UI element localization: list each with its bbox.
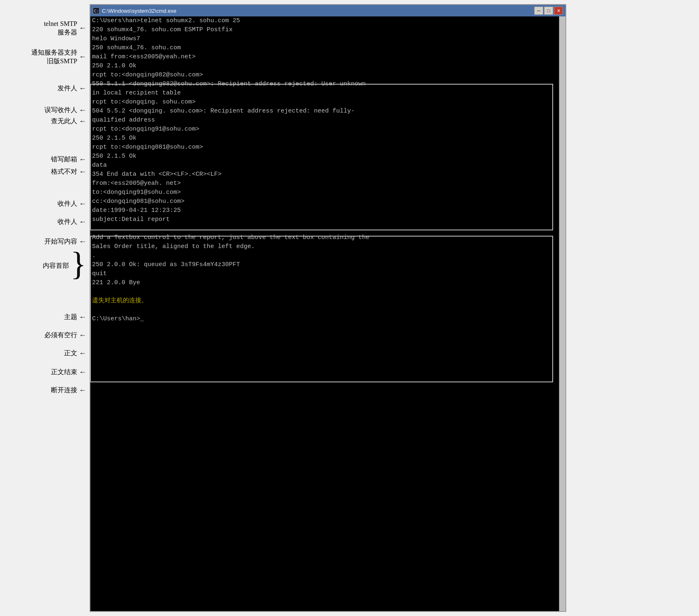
annotation-arrow-14: ← xyxy=(79,368,86,377)
annotation-1: telnet SMTP 服务器← xyxy=(44,20,86,37)
annotation-arrow-9: ← xyxy=(79,218,86,226)
annotation-arrow-12: ← xyxy=(79,331,86,340)
terminal-line-15: rcpt to:<dongqing081@sohu.com> xyxy=(92,143,557,152)
annotation-arrow-13: ← xyxy=(79,349,86,358)
title-bar: C: C:\Windows\system32\cmd.exe ─ □ ✕ xyxy=(90,5,565,16)
terminal-line-4: 250 sohumx4_76. sohu.com xyxy=(92,44,557,53)
terminal-line-28: 250 2.0.0 Ok: queued as 3sT9Fs4mY4z30PFT xyxy=(92,260,557,269)
right-label-envelope: 写信封 xyxy=(382,94,424,113)
annotation-5: 查无此人← xyxy=(51,117,86,126)
terminal-line-1: C:\Users\han>telnet sohumx2. sohu.com 25 xyxy=(92,16,557,25)
title-bar-left: C: C:\Windows\system32\cmd.exe xyxy=(93,7,176,14)
annotation-text-6: 错写邮箱 xyxy=(51,155,77,164)
annotation-arrow-7: ← xyxy=(79,168,86,176)
annotation-arrow-4: ← xyxy=(79,106,86,115)
annotation-arrow-3: ← xyxy=(79,84,86,93)
annotation-arrow-1: ← xyxy=(79,24,86,32)
annotation-12: 必须有空行← xyxy=(44,331,86,340)
svg-text:C:: C: xyxy=(94,9,99,13)
annotation-text-9: 收件人 xyxy=(58,218,77,226)
annotation-text-1: telnet SMTP 服务器 xyxy=(44,20,77,37)
annotation-arrow-11: ← xyxy=(79,313,86,322)
annotation-3: 发件人← xyxy=(58,84,86,93)
terminal-line-22: date:1999-04-21 12:23:25 xyxy=(92,206,557,215)
annotation-14: 正文结束← xyxy=(51,368,86,377)
terminal-line-5: mail from:<ess2005@yeah.net> xyxy=(92,53,557,62)
annotation-text-15: 断开连接 xyxy=(51,386,77,395)
annotation-text-7: 格式不对 xyxy=(51,168,77,176)
close-button[interactable]: ✕ xyxy=(554,7,563,15)
terminal-line-13: rcpt to:<dongqing91@sohu.com> xyxy=(92,125,557,134)
window-title: C:\Windows\system32\cmd.exe xyxy=(102,8,176,14)
terminal-line-30: 221 2.0.0 Bye xyxy=(92,278,557,287)
annotation-9: 收件人← xyxy=(58,218,86,226)
annotation-text-11: 主题 xyxy=(64,313,77,322)
annotation-text-10: 开始写内容 xyxy=(44,237,77,246)
terminal-line-8: 550 5.1.1 <dongqing082@sohu.com>: Recipi… xyxy=(92,80,557,89)
terminal-line-23: subject:Detail report xyxy=(92,215,557,224)
annotation-arrow-10: ← xyxy=(79,237,86,246)
terminal-line-19: from:<ess2005@yeah. net> xyxy=(92,179,557,188)
cmd-icon: C: xyxy=(93,7,99,14)
annotation-text-12: 必须有空行 xyxy=(44,331,77,340)
terminal-line-16: 250 2.1.5 Ok xyxy=(92,152,557,161)
annotation-10: 开始写内容← xyxy=(44,237,86,246)
annotation-text-14: 正文结束 xyxy=(51,368,77,377)
terminal-line-18: 354 End data with <CR><LF>.<CR><LF> xyxy=(92,170,557,179)
terminal-line-26: Sales Order title, aligned to the left e… xyxy=(92,242,557,251)
annotation-text-5: 查无此人 xyxy=(51,117,77,126)
terminal-line-10: rcpt to:<dongqing. sohu.com> xyxy=(92,98,557,107)
annotation-15: 断开连接← xyxy=(51,386,86,395)
terminal-line-17: data xyxy=(92,161,557,170)
terminal-line-34: C:\Users\han>_ xyxy=(92,315,557,324)
terminal-line-27: . xyxy=(92,251,557,260)
scrollbar[interactable] xyxy=(559,16,565,611)
terminal-line-29: quit xyxy=(92,269,557,278)
annotation-text-neirongshoubu: 内容首部 xyxy=(43,262,69,270)
terminal-line-32: 遗失对主机的连接。 xyxy=(92,297,557,306)
title-buttons: ─ □ ✕ xyxy=(534,7,563,15)
annotation-8: 收件人← xyxy=(58,200,86,208)
minimize-button[interactable]: ─ xyxy=(534,7,543,15)
terminal-line-3: helo Windows7 xyxy=(92,34,557,44)
terminal-line-25: Add a Textbox control to the report, jus… xyxy=(92,233,557,242)
annotation-text-8: 收件人 xyxy=(58,200,77,208)
annotation-arrow-5: ← xyxy=(79,117,86,126)
terminal-line-11: 504 5.5.2 <dongqing. sohu.com>: Recipien… xyxy=(92,107,557,116)
cmd-window: C: C:\Windows\system32\cmd.exe ─ □ ✕ C:\… xyxy=(90,4,566,612)
annotation-text-4: 误写收件人 xyxy=(44,106,77,115)
terminal-content: C:\Users\han>telnet sohumx2. sohu.com 25… xyxy=(90,16,565,611)
annotation-2: 通知服务器支持 旧版SMTP← xyxy=(31,48,86,66)
terminal-line-2: 220 sohumx4_76. sohu.com ESMTP Postfix xyxy=(92,25,557,34)
right-label-content: 写内容 xyxy=(382,263,424,282)
terminal-line-12: qualified address xyxy=(92,116,557,125)
annotation-arrow-8: ← xyxy=(79,200,86,208)
annotation-4: 误写收件人← xyxy=(44,106,86,115)
annotation-13: 正文← xyxy=(64,349,86,358)
annotation-arrow-6: ← xyxy=(79,155,86,164)
brace-symbol: } xyxy=(71,254,86,274)
terminal-line-20: to:<dongqing91@sohu.com> xyxy=(92,188,557,197)
annotation-text-13: 正文 xyxy=(64,349,77,358)
terminal-line-9: in local recipient table xyxy=(92,89,557,98)
terminal-line-14: 250 2.1.5 Ok xyxy=(92,134,557,143)
terminal-line-21: cc:<dongqing081@sohu.com> xyxy=(92,197,557,206)
annotation-text-2: 通知服务器支持 旧版SMTP xyxy=(31,48,77,66)
maximize-button[interactable]: □ xyxy=(544,7,553,15)
annotation-neirongshoubu: 内容首部} xyxy=(43,258,86,274)
annotation-text-3: 发件人 xyxy=(58,84,77,93)
annotation-arrow-15: ← xyxy=(79,386,86,395)
terminal-line-7: rcpt to:<dongqing082@sohu.com> xyxy=(92,71,557,80)
terminal-line-6: 250 2.1.0 Ok xyxy=(92,62,557,71)
annotation-7: 格式不对← xyxy=(51,168,86,176)
annotation-arrow-2: ← xyxy=(79,53,86,61)
annotation-6: 错写邮箱← xyxy=(51,155,86,164)
annotation-11: 主题← xyxy=(64,313,86,322)
